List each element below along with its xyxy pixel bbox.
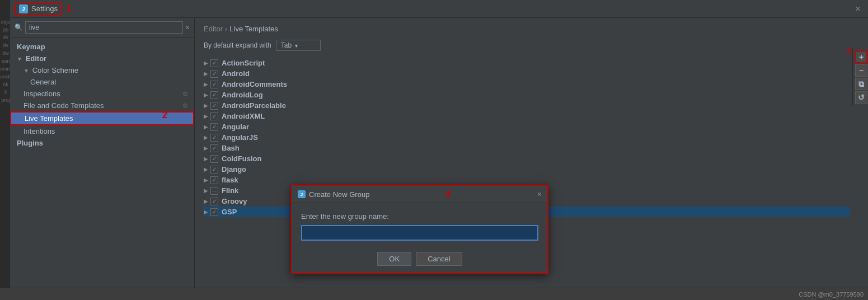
remove-button[interactable]: − xyxy=(855,64,867,77)
left-edge-panel: atgu pp dir dv dw ean omm unctio nk il p… xyxy=(0,18,11,287)
template-checkbox-androidcomments[interactable] xyxy=(210,81,218,88)
template-checkbox-androidlog[interactable] xyxy=(210,91,218,99)
title-bar: J Settings 1 × xyxy=(10,0,868,18)
sidebar-item-plugins[interactable]: Plugins xyxy=(10,137,194,149)
template-item-androidxml[interactable]: ▶ AndroidXML xyxy=(204,111,850,121)
template-expand-icon: ▶ xyxy=(204,102,210,109)
status-bar: CSDN @m0_37759590 xyxy=(0,288,868,300)
sidebar: 🔍 × Keymap ▼ Editor ▼ Color Scheme Ge xyxy=(10,18,195,300)
right-actions-panel: + − ⧉ ↺ xyxy=(852,49,868,106)
template-item-django[interactable]: ▶ Django xyxy=(204,164,850,175)
dialog-title-left: J Create New Group xyxy=(298,190,369,199)
template-name-androidcomments: AndroidComments xyxy=(222,80,287,88)
template-checkbox-androidxml[interactable] xyxy=(210,112,218,120)
template-checkbox-coldfusion[interactable] xyxy=(210,155,218,163)
template-checkbox-bash[interactable] xyxy=(210,144,218,152)
template-checkbox-groovy[interactable] xyxy=(210,198,218,205)
search-clear-button[interactable]: × xyxy=(185,23,190,32)
dialog-ok-button[interactable]: OK xyxy=(377,252,411,266)
template-expand-icon: ▶ xyxy=(204,145,210,151)
edge-item-4: dv xyxy=(0,41,11,49)
template-item-androidlog[interactable]: ▶ AndroidLog xyxy=(204,90,850,100)
title-red-highlight: J Settings xyxy=(15,3,62,15)
window-title: Settings xyxy=(31,4,58,13)
sidebar-item-general[interactable]: General xyxy=(10,76,194,88)
template-name-groovy: Groovy xyxy=(222,197,247,205)
breadcrumb-current: Live Templates xyxy=(229,25,278,33)
template-expand-icon: ▶ xyxy=(204,71,210,77)
template-checkbox-flink[interactable] xyxy=(210,187,218,195)
template-checkbox-django[interactable] xyxy=(210,166,218,174)
template-checkbox-gsp[interactable] xyxy=(210,208,218,216)
template-expand-icon: ▶ xyxy=(204,198,210,204)
window-close-button[interactable]: × xyxy=(852,3,864,15)
badge-4: 4 xyxy=(445,189,451,199)
edge-item-5: dw xyxy=(0,49,11,57)
sidebar-item-color-scheme[interactable]: ▼ Color Scheme xyxy=(10,64,194,76)
template-name-angularjs: AngularJS xyxy=(222,133,258,142)
template-checkbox-flask[interactable] xyxy=(210,176,218,184)
dialog-group-name-input[interactable] xyxy=(301,225,538,241)
search-icon: 🔍 xyxy=(15,24,23,31)
expand-label: By default expand with xyxy=(204,41,271,49)
create-group-dialog: J Create New Group 4 × Enter the new gro… xyxy=(291,185,548,274)
template-expand-icon: ▶ xyxy=(204,134,210,140)
template-item-flask[interactable]: ▶ flask xyxy=(204,175,850,185)
dialog-title: Create New Group xyxy=(309,190,369,199)
template-item-angularjs[interactable]: ▶ AngularJS xyxy=(204,132,850,143)
template-name-androidparcelable: AndroidParcelable xyxy=(222,101,286,110)
template-item-actionscript[interactable]: ▶ ActionScript xyxy=(204,58,850,68)
undo-button[interactable]: ↺ xyxy=(855,91,867,104)
template-name-flask: flask xyxy=(222,176,238,184)
edge-item-7: omm xyxy=(0,65,11,73)
sidebar-item-editor[interactable]: ▼ Editor xyxy=(10,53,194,64)
sidebar-item-intentions[interactable]: Intentions xyxy=(10,125,194,137)
template-item-angular[interactable]: ▶ Angular xyxy=(204,121,850,132)
dialog-cancel-button[interactable]: Cancel xyxy=(416,252,462,266)
template-expand-icon: ▶ xyxy=(204,156,210,162)
search-input[interactable] xyxy=(25,21,183,34)
template-name-angular: Angular xyxy=(222,123,249,131)
template-expand-icon: ▶ xyxy=(204,187,210,194)
template-item-bash[interactable]: ▶ Bash xyxy=(204,143,850,153)
template-checkbox-angular[interactable] xyxy=(210,123,218,131)
expand-row: By default expand with Tab ▾ xyxy=(204,40,859,51)
template-item-coldfusion[interactable]: ▶ ColdFusion xyxy=(204,153,850,164)
template-name-actionscript: ActionScript xyxy=(222,59,265,67)
edge-item-9: nk xyxy=(0,81,11,88)
sidebar-item-file-templates[interactable]: File and Code Templates ⧉ xyxy=(10,100,194,111)
template-expand-icon: ▶ xyxy=(204,166,210,172)
copy-button[interactable]: ⧉ xyxy=(855,78,867,90)
template-checkbox-android[interactable] xyxy=(210,70,218,78)
breadcrumb-parent: Editor xyxy=(204,25,223,33)
dropdown-arrow-icon: ▾ xyxy=(295,43,298,49)
dialog-close-button[interactable]: × xyxy=(537,190,542,199)
dialog-title-bar: J Create New Group 4 × xyxy=(292,186,547,203)
template-checkbox-androidparcelable[interactable] xyxy=(210,102,218,110)
expand-dropdown[interactable]: Tab ▾ xyxy=(276,40,321,51)
sidebar-item-inspections[interactable]: Inspections ⧉ xyxy=(10,88,194,100)
template-checkbox-angularjs[interactable] xyxy=(210,134,218,142)
template-expand-icon: ▶ xyxy=(204,92,210,98)
app-icon: J xyxy=(19,4,28,13)
template-name-android: Android xyxy=(222,69,250,78)
template-expand-icon: ▶ xyxy=(204,60,210,66)
template-name-django: Django xyxy=(222,165,246,174)
badge-2: 2 xyxy=(162,110,194,120)
sidebar-item-keymap[interactable]: Keymap xyxy=(10,41,194,53)
template-expand-icon: ▶ xyxy=(204,177,210,183)
dialog-label: Enter the new group name: xyxy=(301,212,538,221)
template-item-androidcomments[interactable]: ▶ AndroidComments xyxy=(204,79,850,90)
edge-item-10: il xyxy=(0,88,11,96)
template-name-coldfusion: ColdFusion xyxy=(222,154,262,163)
template-checkbox-actionscript[interactable] xyxy=(210,59,218,67)
template-item-androidparcelable[interactable]: ▶ AndroidParcelable xyxy=(204,100,850,111)
add-button[interactable]: + xyxy=(855,51,867,63)
template-expand-icon: ▶ xyxy=(204,209,210,215)
badge-1: 1 xyxy=(67,4,72,14)
template-expand-icon: ▶ xyxy=(204,124,210,130)
template-name-gsp: GSP xyxy=(222,208,237,216)
edge-item-6: ean xyxy=(0,57,11,65)
sidebar-item-live-templates[interactable]: Live Templates 2 xyxy=(10,111,194,125)
template-item-android[interactable]: ▶ Android xyxy=(204,68,850,79)
